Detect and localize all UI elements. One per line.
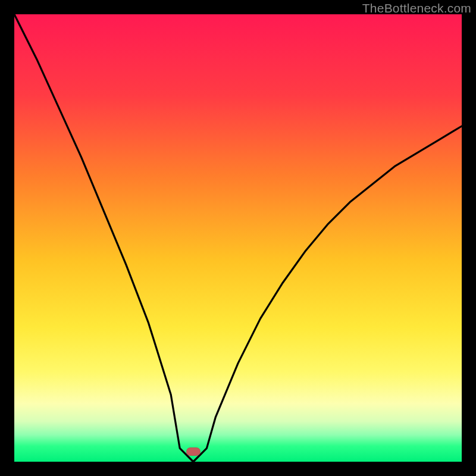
watermark-text: TheBottleneck.com — [362, 1, 471, 15]
optimal-point-marker — [186, 447, 201, 456]
chart-frame — [14, 14, 462, 462]
bottleneck-curve — [14, 14, 462, 462]
